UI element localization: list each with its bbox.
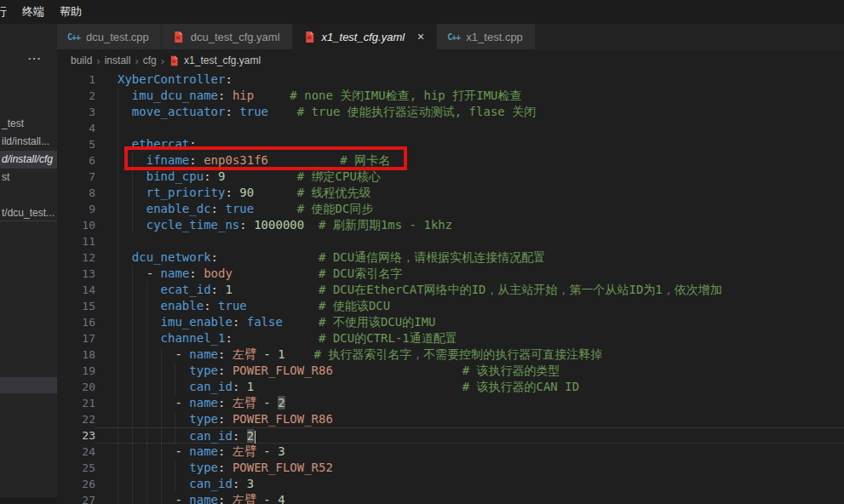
indent-guide	[175, 476, 175, 492]
code-token: channel_1	[161, 331, 226, 345]
code-line-4[interactable]: 4	[57, 120, 844, 136]
code-token: 2	[278, 396, 284, 410]
sidebar-item[interactable]: st	[0, 169, 57, 186]
code-line-24[interactable]: 24 - name: 左臂 - 3	[57, 444, 844, 460]
code-line-8[interactable]: 8 rt_priority: 90 # 线程优先级	[57, 185, 844, 201]
line-number: 3	[57, 104, 95, 120]
sidebar-item[interactable]: d/install/cfg	[0, 151, 57, 169]
sidebar-item[interactable]: _test	[0, 115, 57, 133]
close-icon[interactable]: ×	[417, 30, 424, 43]
code-line-10[interactable]: 10 cycle_time_ns: 1000000 # 刷新周期1ms - 1k…	[57, 217, 844, 233]
code-token: can_id	[189, 477, 233, 490]
code-token	[271, 347, 278, 361]
code-line-content	[95, 120, 844, 136]
code-line-18[interactable]: 18 - name: 左臂 - 1 # 执行器索引名字，不需要控制的执行器可直接…	[57, 346, 844, 363]
code-token	[333, 364, 462, 377]
code-line-content: - name: 左臂 - 4	[95, 492, 844, 504]
code-line-27[interactable]: 27 - name: 左臂 - 4	[57, 492, 844, 504]
code-token: # DCU的CTRL-1通道配置	[319, 331, 457, 345]
code-token: :	[211, 202, 218, 215]
code-token: name	[189, 493, 218, 504]
code-line-1[interactable]: 1XyberController:	[57, 72, 844, 88]
indent-guide	[146, 428, 147, 444]
indent-guide	[146, 411, 147, 427]
code-token: 1	[225, 283, 232, 296]
indent-guide	[118, 411, 118, 427]
tab-dcu_test_cfg.yaml[interactable]: dcu_test_cfg.yaml	[162, 24, 292, 49]
menu-item-0[interactable]: 行	[0, 4, 14, 20]
indent-guide	[118, 217, 118, 233]
code-line-15[interactable]: 15 enable: true # 使能该DCU	[57, 298, 844, 314]
code-line-content: ifname: enp0s31f6 # 网卡名	[95, 152, 844, 169]
indent-guide	[132, 460, 133, 476]
tab-x1_test_cfg.yaml[interactable]: x1_test_cfg.yaml×	[293, 24, 437, 49]
code-token: -	[175, 444, 181, 458]
tab-dcu_test.cpp[interactable]: C++dcu_test.cpp	[57, 24, 161, 49]
indent-guide	[161, 363, 162, 379]
menu-item-1[interactable]: 终端	[14, 4, 52, 20]
code-line-3[interactable]: 3 move_actuator: true # true 使能执行器运动测试, …	[57, 104, 844, 120]
code-line-22[interactable]: 22 type: POWER_FLOW_R86	[57, 411, 844, 427]
indent-guide	[132, 379, 133, 395]
code-line-20[interactable]: 20 can_id: 1 # 该执行器的CAN ID	[57, 379, 844, 395]
code-token	[239, 477, 246, 490]
code-line-6[interactable]: 6 ifname: enp0s31f6 # 网卡名	[57, 152, 844, 169]
code-editor[interactable]: 1XyberController:2 imu_dcu_name: hip # n…	[57, 72, 844, 504]
code-line-25[interactable]: 25 type: POWER_FLOW_R52	[57, 460, 844, 476]
code-token	[233, 331, 319, 345]
indent-guide	[175, 363, 175, 379]
code-token: # DCU通信网络，请根据实机连接情况配置	[319, 250, 545, 264]
code-line-12[interactable]: 12 dcu_network: # DCU通信网络，请根据实机连接情况配置	[57, 249, 844, 266]
code-token	[197, 266, 204, 280]
breadcrumb-segment[interactable]: build	[71, 54, 92, 66]
tab-x1_test.cpp[interactable]: C++x1_test.cpp	[437, 24, 535, 49]
code-token: type	[189, 412, 218, 426]
code-line-content: imu_enable: false # 不使用该DCU的IMU	[95, 314, 844, 330]
code-line-16[interactable]: 16 imu_enable: false # 不使用该DCU的IMU	[57, 314, 844, 330]
code-line-content: - name: 左臂 - 3	[95, 444, 844, 460]
code-line-17[interactable]: 17 channel_1: # DCU的CTRL-1通道配置	[57, 330, 844, 346]
sidebar-item[interactable]: t/dcu_test...	[0, 204, 57, 222]
code-token: # DCU在EtherCAT网络中的ID，从主站开始，第一个从站ID为1，依次增…	[319, 283, 722, 296]
code-token	[225, 493, 232, 504]
code-token: name	[189, 396, 218, 410]
breadcrumb-segment[interactable]: install	[105, 54, 131, 66]
breadcrumb-file[interactable]: x1_test_cfg.yaml	[184, 54, 261, 66]
code-line-23[interactable]: 23 can_id: 2	[57, 427, 844, 444]
indent-guide	[118, 363, 118, 379]
code-line-2[interactable]: 2 imu_dcu_name: hip # none 关闭IMU检查, hip …	[57, 88, 844, 104]
code-token	[225, 444, 232, 458]
code-line-13[interactable]: 13 - name: body # DCU索引名字	[57, 266, 844, 282]
code-line-19[interactable]: 19 type: POWER_FLOW_R86 # 该执行器的类型	[57, 363, 844, 379]
code-token: :	[211, 250, 218, 264]
cpp-file-icon: C++	[67, 32, 80, 42]
breadcrumb-segment[interactable]: cfg	[143, 54, 157, 66]
indent-guide	[132, 314, 133, 330]
code-token: -	[175, 347, 181, 361]
code-token: :	[189, 137, 196, 151]
chevron-right-icon: ›	[161, 54, 164, 67]
code-line-26[interactable]: 26 can_id: 3	[57, 476, 844, 492]
code-line-7[interactable]: 7 bind_cpu: 9 # 绑定CPU核心	[57, 169, 844, 185]
sidebar-item[interactable]: ild/install...	[0, 133, 57, 151]
code-token: XyberController	[118, 72, 225, 86]
code-token: ethercat	[132, 137, 189, 151]
indent-guide	[132, 282, 133, 298]
code-line-14[interactable]: 14 ecat_id: 1 # DCU在EtherCAT网络中的ID，从主站开始…	[57, 282, 844, 298]
more-actions-icon[interactable]: ···	[28, 52, 42, 65]
code-line-9[interactable]: 9 enable_dc: true # 使能DC同步	[57, 201, 844, 217]
code-token: :	[189, 153, 196, 167]
code-line-5[interactable]: 5 ethercat:	[57, 136, 844, 152]
sidebar-selection-band[interactable]	[0, 377, 57, 393]
indent-guide	[132, 298, 133, 314]
code-line-21[interactable]: 21 - name: 左臂 - 2	[57, 395, 844, 411]
code-token	[118, 331, 161, 345]
indent-guide	[118, 492, 118, 504]
code-line-11[interactable]: 11	[57, 233, 844, 249]
code-token: 左臂	[233, 396, 256, 410]
code-token: -	[175, 396, 181, 410]
indent-guide	[132, 185, 133, 201]
vscode-window: 行终端帮助 ··· _testild/install...d/install/c…	[0, 0, 844, 504]
menu-item-2[interactable]: 帮助	[52, 4, 89, 20]
indent-guide	[132, 217, 133, 233]
